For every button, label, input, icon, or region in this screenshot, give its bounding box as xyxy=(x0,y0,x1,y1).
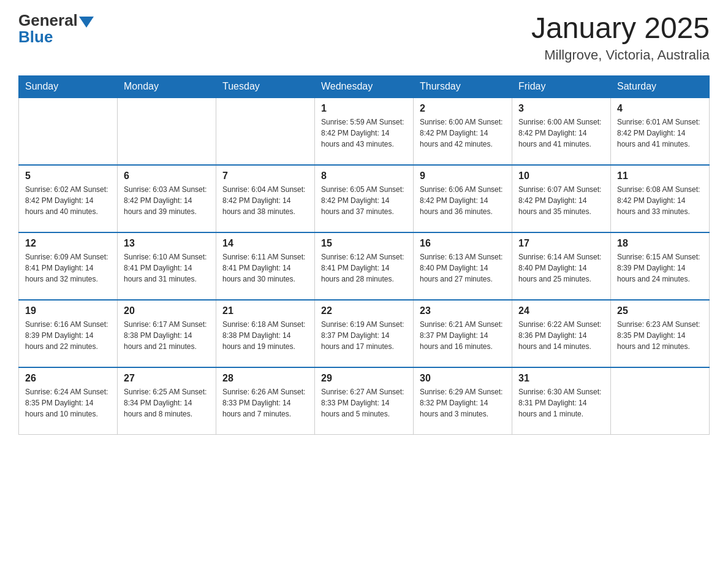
day-number: 3 xyxy=(518,103,604,114)
day-info: Sunrise: 6:05 AM Sunset: 8:42 PM Dayligh… xyxy=(321,184,407,217)
day-info: Sunrise: 6:16 AM Sunset: 8:39 PM Dayligh… xyxy=(25,319,111,352)
day-number: 31 xyxy=(518,373,604,384)
day-number: 17 xyxy=(518,238,604,249)
day-info: Sunrise: 6:27 AM Sunset: 8:33 PM Dayligh… xyxy=(321,386,407,419)
calendar-cell: 23Sunrise: 6:21 AM Sunset: 8:37 PM Dayli… xyxy=(414,300,512,367)
day-number: 10 xyxy=(518,170,604,182)
day-info: Sunrise: 6:08 AM Sunset: 8:42 PM Dayligh… xyxy=(617,184,703,217)
week-row-2: 5Sunrise: 6:02 AM Sunset: 8:42 PM Daylig… xyxy=(19,165,710,232)
calendar-cell: 19Sunrise: 6:16 AM Sunset: 8:39 PM Dayli… xyxy=(19,300,118,367)
calendar-cell: 7Sunrise: 6:04 AM Sunset: 8:42 PM Daylig… xyxy=(216,165,315,232)
day-info: Sunrise: 6:17 AM Sunset: 8:38 PM Dayligh… xyxy=(124,319,210,352)
calendar-cell: 31Sunrise: 6:30 AM Sunset: 8:31 PM Dayli… xyxy=(512,367,611,435)
day-number: 8 xyxy=(321,170,407,182)
calendar-cell: 28Sunrise: 6:26 AM Sunset: 8:33 PM Dayli… xyxy=(216,367,315,435)
week-row-5: 26Sunrise: 6:24 AM Sunset: 8:35 PM Dayli… xyxy=(19,367,710,435)
day-number: 12 xyxy=(25,238,111,249)
day-info: Sunrise: 6:26 AM Sunset: 8:33 PM Dayligh… xyxy=(222,386,308,419)
day-info: Sunrise: 6:07 AM Sunset: 8:42 PM Dayligh… xyxy=(518,184,604,217)
day-info: Sunrise: 6:23 AM Sunset: 8:35 PM Dayligh… xyxy=(617,319,703,352)
calendar-cell: 12Sunrise: 6:09 AM Sunset: 8:41 PM Dayli… xyxy=(19,232,118,300)
day-number: 23 xyxy=(420,305,506,316)
col-wednesday: Wednesday xyxy=(315,75,414,98)
day-info: Sunrise: 6:01 AM Sunset: 8:42 PM Dayligh… xyxy=(617,117,703,150)
col-saturday: Saturday xyxy=(611,75,710,98)
calendar-cell: 14Sunrise: 6:11 AM Sunset: 8:41 PM Dayli… xyxy=(216,232,315,300)
calendar-cell xyxy=(118,98,216,165)
logo-triangle-icon xyxy=(79,17,94,28)
day-info: Sunrise: 6:02 AM Sunset: 8:42 PM Dayligh… xyxy=(25,184,111,217)
day-number: 14 xyxy=(222,238,308,249)
calendar-cell xyxy=(611,367,710,435)
day-number: 26 xyxy=(25,373,111,384)
calendar-cell: 20Sunrise: 6:17 AM Sunset: 8:38 PM Dayli… xyxy=(118,300,216,367)
day-number: 5 xyxy=(25,170,111,182)
calendar-cell: 24Sunrise: 6:22 AM Sunset: 8:36 PM Dayli… xyxy=(512,300,611,367)
day-info: Sunrise: 6:10 AM Sunset: 8:41 PM Dayligh… xyxy=(124,251,210,285)
calendar-cell: 10Sunrise: 6:07 AM Sunset: 8:42 PM Dayli… xyxy=(512,165,611,232)
day-number: 16 xyxy=(420,238,506,249)
calendar-cell: 15Sunrise: 6:12 AM Sunset: 8:41 PM Dayli… xyxy=(315,232,414,300)
day-info: Sunrise: 6:25 AM Sunset: 8:34 PM Dayligh… xyxy=(124,386,210,419)
col-thursday: Thursday xyxy=(414,75,512,98)
calendar-cell: 21Sunrise: 6:18 AM Sunset: 8:38 PM Dayli… xyxy=(216,300,315,367)
day-number: 2 xyxy=(420,103,506,114)
day-info: Sunrise: 6:19 AM Sunset: 8:37 PM Dayligh… xyxy=(321,319,407,352)
logo: General Blue xyxy=(18,12,94,45)
day-info: Sunrise: 5:59 AM Sunset: 8:42 PM Dayligh… xyxy=(321,117,407,150)
calendar-cell: 18Sunrise: 6:15 AM Sunset: 8:39 PM Dayli… xyxy=(611,232,710,300)
calendar-cell: 5Sunrise: 6:02 AM Sunset: 8:42 PM Daylig… xyxy=(19,165,118,232)
day-number: 1 xyxy=(321,103,407,114)
day-info: Sunrise: 6:30 AM Sunset: 8:31 PM Dayligh… xyxy=(518,386,604,419)
title-block: January 2025 Millgrove, Victoria, Austra… xyxy=(531,12,710,63)
logo-blue-text: Blue xyxy=(18,28,53,46)
day-number: 30 xyxy=(420,373,506,384)
calendar-cell: 25Sunrise: 6:23 AM Sunset: 8:35 PM Dayli… xyxy=(611,300,710,367)
day-info: Sunrise: 6:13 AM Sunset: 8:40 PM Dayligh… xyxy=(420,251,506,285)
day-info: Sunrise: 6:15 AM Sunset: 8:39 PM Dayligh… xyxy=(617,251,703,285)
calendar-table: Sunday Monday Tuesday Wednesday Thursday… xyxy=(18,75,710,435)
day-number: 25 xyxy=(617,305,703,316)
calendar-cell: 6Sunrise: 6:03 AM Sunset: 8:42 PM Daylig… xyxy=(118,165,216,232)
col-sunday: Sunday xyxy=(19,75,118,98)
calendar-cell: 8Sunrise: 6:05 AM Sunset: 8:42 PM Daylig… xyxy=(315,165,414,232)
day-number: 13 xyxy=(124,238,210,249)
day-number: 28 xyxy=(222,373,308,384)
day-number: 9 xyxy=(420,170,506,182)
day-info: Sunrise: 6:22 AM Sunset: 8:36 PM Dayligh… xyxy=(518,319,604,352)
calendar-cell xyxy=(19,98,118,165)
month-title: January 2025 xyxy=(531,12,710,45)
day-info: Sunrise: 6:00 AM Sunset: 8:42 PM Dayligh… xyxy=(420,117,506,150)
page-header: General Blue January 2025 Millgrove, Vic… xyxy=(18,12,710,63)
day-number: 7 xyxy=(222,170,308,182)
day-number: 22 xyxy=(321,305,407,316)
day-info: Sunrise: 6:12 AM Sunset: 8:41 PM Dayligh… xyxy=(321,251,407,285)
week-row-4: 19Sunrise: 6:16 AM Sunset: 8:39 PM Dayli… xyxy=(19,300,710,367)
day-info: Sunrise: 6:29 AM Sunset: 8:32 PM Dayligh… xyxy=(420,386,506,419)
calendar-cell: 1Sunrise: 5:59 AM Sunset: 8:42 PM Daylig… xyxy=(315,98,414,165)
day-info: Sunrise: 6:00 AM Sunset: 8:42 PM Dayligh… xyxy=(518,117,604,150)
day-number: 27 xyxy=(124,373,210,384)
calendar-cell: 9Sunrise: 6:06 AM Sunset: 8:42 PM Daylig… xyxy=(414,165,512,232)
calendar-cell: 29Sunrise: 6:27 AM Sunset: 8:33 PM Dayli… xyxy=(315,367,414,435)
day-number: 15 xyxy=(321,238,407,249)
calendar-cell: 13Sunrise: 6:10 AM Sunset: 8:41 PM Dayli… xyxy=(118,232,216,300)
day-info: Sunrise: 6:03 AM Sunset: 8:42 PM Dayligh… xyxy=(124,184,210,217)
day-number: 6 xyxy=(124,170,210,182)
calendar-cell: 30Sunrise: 6:29 AM Sunset: 8:32 PM Dayli… xyxy=(414,367,512,435)
calendar-cell: 11Sunrise: 6:08 AM Sunset: 8:42 PM Dayli… xyxy=(611,165,710,232)
week-row-3: 12Sunrise: 6:09 AM Sunset: 8:41 PM Dayli… xyxy=(19,232,710,300)
calendar-cell: 4Sunrise: 6:01 AM Sunset: 8:42 PM Daylig… xyxy=(611,98,710,165)
day-number: 20 xyxy=(124,305,210,316)
calendar-cell: 16Sunrise: 6:13 AM Sunset: 8:40 PM Dayli… xyxy=(414,232,512,300)
day-info: Sunrise: 6:04 AM Sunset: 8:42 PM Dayligh… xyxy=(222,184,308,217)
day-number: 21 xyxy=(222,305,308,316)
location-title: Millgrove, Victoria, Australia xyxy=(531,47,710,63)
day-number: 11 xyxy=(617,170,703,182)
day-number: 24 xyxy=(518,305,604,316)
calendar-cell: 3Sunrise: 6:00 AM Sunset: 8:42 PM Daylig… xyxy=(512,98,611,165)
day-info: Sunrise: 6:11 AM Sunset: 8:41 PM Dayligh… xyxy=(222,251,308,285)
calendar-cell xyxy=(216,98,315,165)
logo-general-text: General xyxy=(18,11,78,29)
day-info: Sunrise: 6:24 AM Sunset: 8:35 PM Dayligh… xyxy=(25,386,111,419)
